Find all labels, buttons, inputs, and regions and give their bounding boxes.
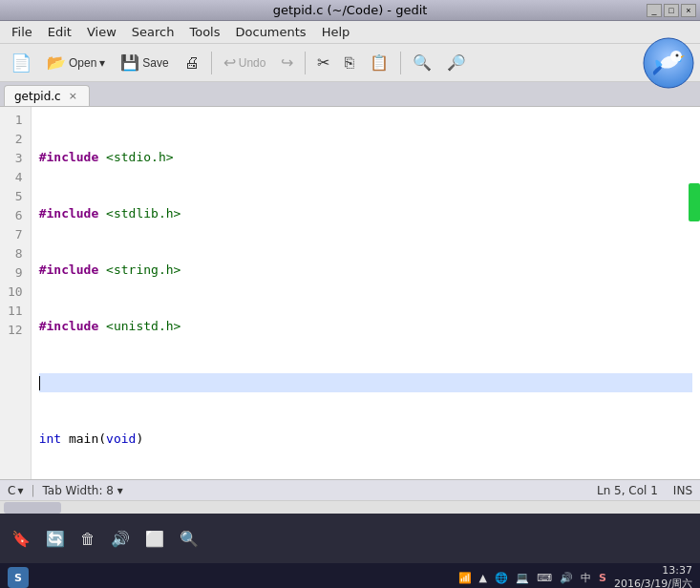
- right-indicator: [689, 183, 700, 221]
- status-sep-1: |: [31, 484, 34, 497]
- line-num: 9: [8, 263, 23, 283]
- clock-date: 2016/3/19/周六: [614, 578, 692, 588]
- code-line-2: #include <stdlib.h>: [39, 204, 692, 223]
- paste-icon: 📋: [370, 53, 389, 72]
- find-button[interactable]: 🔍: [406, 48, 438, 78]
- line-num: 8: [8, 244, 23, 263]
- svg-point-3: [676, 53, 679, 56]
- panel-toolbar: 🔖 🔄 🗑 🔊 ⬜ 🔍: [8, 526, 202, 552]
- redo-button[interactable]: ↪: [274, 48, 300, 78]
- status-bar: C ▾ | Tab Width: 8 ▾ Ln 5, Col 1 INS: [0, 479, 700, 500]
- replace-button[interactable]: 🔍: [440, 48, 473, 78]
- language-arrow: ▾: [17, 484, 23, 497]
- tab-bar: getpid.c ×: [0, 82, 700, 107]
- keyboard-icon: ⌨: [537, 572, 552, 584]
- undo-label: Undo: [239, 56, 266, 70]
- line-numbers: 1 2 3 4 5 6 7 8 9 10 11 12: [0, 107, 32, 479]
- line-num: 12: [8, 321, 23, 340]
- redo-icon: ↪: [281, 53, 293, 72]
- up-arrow-icon: ▲: [479, 572, 487, 584]
- menu-view[interactable]: View: [79, 23, 124, 41]
- file-tab[interactable]: getpid.c ×: [4, 85, 90, 106]
- horizontal-scrollbar[interactable]: [0, 500, 700, 514]
- title-bar-controls[interactable]: _ □ ×: [647, 4, 696, 17]
- print-icon: 🖨: [184, 54, 200, 72]
- status-right: Ln 5, Col 1 INS: [597, 484, 692, 497]
- line-num: 11: [8, 302, 23, 321]
- tab-width-selector[interactable]: Tab Width: 8 ▾: [42, 484, 122, 497]
- folder-icon: 📂: [47, 53, 66, 72]
- tab-width-arrow: ▾: [117, 484, 123, 497]
- taskbar-app-label: S: [14, 572, 22, 584]
- line-num: 7: [8, 225, 23, 244]
- wifi-icon: 📶: [458, 572, 472, 584]
- taskbar-app-icon[interactable]: S: [8, 567, 29, 588]
- taskbar-clock: 13:37 2016/3/19/周六: [614, 564, 692, 588]
- undo-icon: ↩: [223, 53, 236, 72]
- line-num: 1: [8, 111, 23, 130]
- panel-bookmark-button[interactable]: 🔖: [8, 526, 34, 552]
- menu-bar: File Edit View Search Tools Documents He…: [0, 21, 700, 44]
- panel-refresh-button[interactable]: 🔄: [42, 526, 69, 552]
- line-num: 3: [8, 149, 23, 168]
- code-line-4: #include <unistd.h>: [39, 317, 692, 336]
- line-num: 5: [8, 187, 23, 206]
- code-line-6: int main(void): [39, 430, 692, 449]
- hscroll-thumb[interactable]: [4, 502, 61, 514]
- lang-zh-icon: 中: [581, 571, 591, 585]
- cut-button[interactable]: ✂: [310, 48, 336, 78]
- toolbar-sep-2: [305, 52, 306, 74]
- panel-search-button[interactable]: 🔍: [176, 526, 202, 552]
- menu-file[interactable]: File: [4, 23, 40, 41]
- code-line-5: [39, 373, 692, 392]
- tab-filename: getpid.c: [14, 90, 61, 103]
- panel-expand-button[interactable]: ⬜: [141, 526, 168, 552]
- menu-tools[interactable]: Tools: [181, 23, 227, 41]
- window-title: getpid.c (~/Code) - gedit: [273, 3, 428, 17]
- copy-button[interactable]: ⎘: [338, 48, 361, 78]
- blog-icon: S: [599, 572, 606, 584]
- language-selector[interactable]: C ▾: [8, 484, 23, 497]
- save-label: Save: [142, 56, 168, 70]
- code-content[interactable]: #include <stdio.h> #include <stdlib.h> #…: [32, 107, 700, 479]
- toolbar-sep-3: [400, 52, 401, 74]
- new-button[interactable]: 📄: [4, 48, 38, 78]
- tab-width-label: Tab Width: 8: [42, 484, 113, 497]
- line-num: 4: [8, 168, 23, 187]
- insert-mode: INS: [673, 484, 692, 497]
- code-line-3: #include <string.h>: [39, 261, 692, 280]
- panel-trash-button[interactable]: 🗑: [76, 526, 99, 552]
- menu-edit[interactable]: Edit: [40, 23, 79, 41]
- copy-icon: ⎘: [345, 54, 354, 72]
- clock-time: 13:37: [614, 564, 692, 578]
- line-num: 10: [8, 283, 23, 302]
- taskbar-right: 📶 ▲ 🌐 💻 ⌨ 🔊 中 S 13:37 2016/3/19/周六: [458, 564, 692, 588]
- print-button[interactable]: 🖨: [178, 48, 206, 78]
- cut-icon: ✂: [317, 53, 329, 72]
- maximize-button[interactable]: □: [664, 4, 679, 17]
- menu-help[interactable]: Help: [314, 23, 358, 41]
- bottom-panel: 🔖 🔄 🗑 🔊 ⬜ 🔍: [0, 514, 700, 563]
- editor-area[interactable]: 1 2 3 4 5 6 7 8 9 10 11 12 #include <std…: [0, 107, 700, 479]
- toolbar-sep-1: [211, 52, 212, 74]
- menu-documents[interactable]: Documents: [228, 23, 314, 41]
- undo-button[interactable]: ↩ Undo: [217, 48, 273, 78]
- toolbar: 📄 📂 Open ▾ 💾 Save 🖨 ↩ Undo ↪ ✂ ⎘ 📋 🔍 🔍: [0, 44, 700, 82]
- tab-close-button[interactable]: ×: [67, 90, 79, 102]
- save-icon: 💾: [120, 53, 139, 72]
- language-label: C: [8, 484, 15, 497]
- title-bar: getpid.c (~/Code) - gedit _ □ ×: [0, 0, 700, 21]
- paste-button[interactable]: 📋: [363, 48, 395, 78]
- close-button[interactable]: ×: [681, 4, 696, 17]
- panel-volume-button[interactable]: 🔊: [107, 526, 134, 552]
- replace-icon: 🔍: [447, 53, 466, 72]
- open-arrow: ▾: [99, 56, 105, 70]
- save-button[interactable]: 💾 Save: [114, 48, 175, 78]
- editor-wrapper: 1 2 3 4 5 6 7 8 9 10 11 12 #include <std…: [0, 107, 700, 479]
- minimize-button[interactable]: _: [647, 4, 662, 17]
- gedit-logo: [641, 37, 696, 89]
- network-icon: 🌐: [495, 572, 508, 584]
- open-button[interactable]: 📂 Open ▾: [40, 48, 112, 78]
- menu-search[interactable]: Search: [124, 23, 182, 41]
- find-icon: 🔍: [413, 53, 432, 72]
